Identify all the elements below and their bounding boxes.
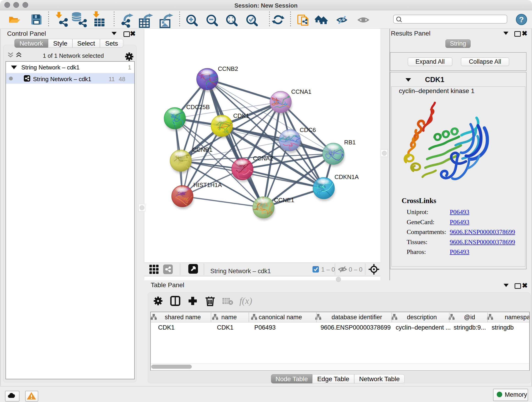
svg-text:RB1: RB1	[344, 139, 356, 146]
svg-text:description: description	[407, 314, 437, 321]
svg-text:P06493: P06493	[254, 324, 276, 331]
svg-text:CDC6: CDC6	[300, 127, 316, 133]
svg-text:CDK1: CDK1	[233, 112, 249, 119]
svg-text:stringdb:9...: stringdb:9...	[454, 324, 486, 331]
svg-text:CCNB2: CCNB2	[218, 65, 238, 72]
svg-text:CCNA1: CCNA1	[291, 88, 311, 95]
svg-text:database identifier: database identifier	[331, 314, 382, 321]
svg-text:stringdb: stringdb	[492, 324, 514, 331]
svg-text:namespac: namespac	[505, 314, 529, 321]
svg-text:?: ?	[519, 15, 524, 24]
svg-text:CDK1: CDK1	[217, 324, 234, 331]
svg-text:CCNA2: CCNA2	[253, 155, 273, 162]
svg-text:CDC25B: CDC25B	[186, 104, 210, 110]
svg-text:CCNE1: CCNE1	[274, 197, 294, 204]
svg-text:@id: @id	[464, 314, 475, 321]
svg-text:HIST1H1A: HIST1H1A	[193, 182, 222, 188]
svg-text:9606.ENSP00000378699: 9606.ENSP00000378699	[321, 324, 391, 331]
svg-text:f(x): f(x)	[239, 296, 252, 306]
svg-text:1 – 0: 1 – 0	[321, 266, 335, 273]
svg-text:CDK1: CDK1	[158, 324, 175, 331]
svg-text:0 – 0: 0 – 0	[349, 266, 362, 273]
svg-text:CDKN1A: CDKN1A	[335, 173, 359, 180]
svg-text:canonical name: canonical name	[259, 314, 302, 321]
svg-text:CCNB1: CCNB1	[192, 146, 212, 153]
svg-text:shared name: shared name	[165, 314, 201, 321]
svg-text:cyclin–dependent ...: cyclin–dependent ...	[396, 324, 451, 331]
svg-text:name: name	[221, 314, 237, 321]
